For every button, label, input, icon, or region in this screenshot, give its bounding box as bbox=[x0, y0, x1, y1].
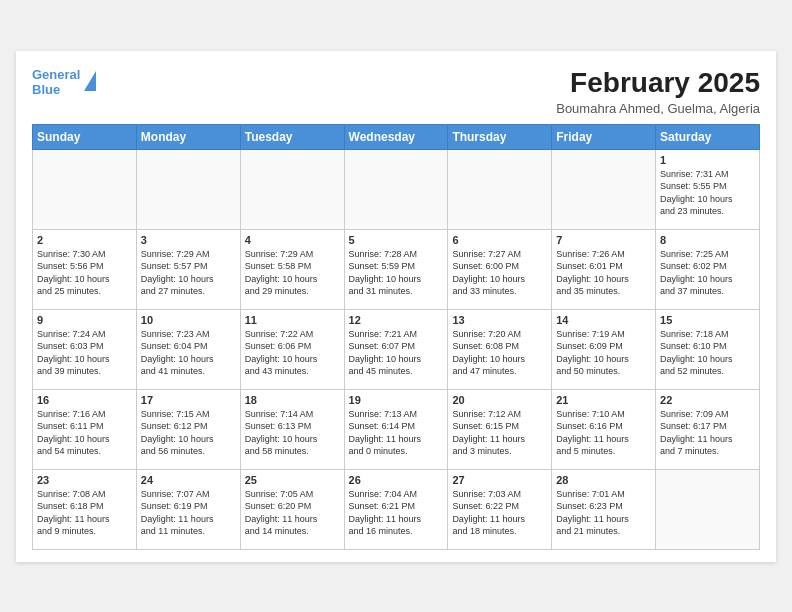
day-info: Sunrise: 7:29 AM Sunset: 5:58 PM Dayligh… bbox=[245, 248, 340, 298]
header-row: General Blue February 2025 Boumahra Ahme… bbox=[32, 67, 760, 116]
day-info: Sunrise: 7:12 AM Sunset: 6:15 PM Dayligh… bbox=[452, 408, 547, 458]
day-info: Sunrise: 7:27 AM Sunset: 6:00 PM Dayligh… bbox=[452, 248, 547, 298]
day-cell: 17Sunrise: 7:15 AM Sunset: 6:12 PM Dayli… bbox=[136, 389, 240, 469]
day-cell: 13Sunrise: 7:20 AM Sunset: 6:08 PM Dayli… bbox=[448, 309, 552, 389]
day-number: 15 bbox=[660, 314, 755, 326]
day-cell: 3Sunrise: 7:29 AM Sunset: 5:57 PM Daylig… bbox=[136, 229, 240, 309]
weekday-friday: Friday bbox=[552, 124, 656, 149]
day-info: Sunrise: 7:14 AM Sunset: 6:13 PM Dayligh… bbox=[245, 408, 340, 458]
day-cell bbox=[136, 149, 240, 229]
day-info: Sunrise: 7:30 AM Sunset: 5:56 PM Dayligh… bbox=[37, 248, 132, 298]
week-row-1: 2Sunrise: 7:30 AM Sunset: 5:56 PM Daylig… bbox=[33, 229, 760, 309]
day-number: 10 bbox=[141, 314, 236, 326]
day-info: Sunrise: 7:29 AM Sunset: 5:57 PM Dayligh… bbox=[141, 248, 236, 298]
title-section: February 2025 Boumahra Ahmed, Guelma, Al… bbox=[556, 67, 760, 116]
day-cell bbox=[656, 469, 760, 549]
day-cell: 6Sunrise: 7:27 AM Sunset: 6:00 PM Daylig… bbox=[448, 229, 552, 309]
day-cell: 28Sunrise: 7:01 AM Sunset: 6:23 PM Dayli… bbox=[552, 469, 656, 549]
day-number: 28 bbox=[556, 474, 651, 486]
day-number: 24 bbox=[141, 474, 236, 486]
day-info: Sunrise: 7:01 AM Sunset: 6:23 PM Dayligh… bbox=[556, 488, 651, 538]
day-cell: 10Sunrise: 7:23 AM Sunset: 6:04 PM Dayli… bbox=[136, 309, 240, 389]
day-cell: 19Sunrise: 7:13 AM Sunset: 6:14 PM Dayli… bbox=[344, 389, 448, 469]
day-info: Sunrise: 7:04 AM Sunset: 6:21 PM Dayligh… bbox=[349, 488, 444, 538]
day-number: 7 bbox=[556, 234, 651, 246]
day-info: Sunrise: 7:05 AM Sunset: 6:20 PM Dayligh… bbox=[245, 488, 340, 538]
day-info: Sunrise: 7:10 AM Sunset: 6:16 PM Dayligh… bbox=[556, 408, 651, 458]
day-number: 5 bbox=[349, 234, 444, 246]
day-info: Sunrise: 7:31 AM Sunset: 5:55 PM Dayligh… bbox=[660, 168, 755, 218]
day-number: 26 bbox=[349, 474, 444, 486]
logo-blue: Blue bbox=[32, 82, 80, 98]
day-number: 19 bbox=[349, 394, 444, 406]
day-cell: 16Sunrise: 7:16 AM Sunset: 6:11 PM Dayli… bbox=[33, 389, 137, 469]
day-info: Sunrise: 7:13 AM Sunset: 6:14 PM Dayligh… bbox=[349, 408, 444, 458]
day-info: Sunrise: 7:03 AM Sunset: 6:22 PM Dayligh… bbox=[452, 488, 547, 538]
day-cell: 12Sunrise: 7:21 AM Sunset: 6:07 PM Dayli… bbox=[344, 309, 448, 389]
day-cell: 20Sunrise: 7:12 AM Sunset: 6:15 PM Dayli… bbox=[448, 389, 552, 469]
weekday-header-row: SundayMondayTuesdayWednesdayThursdayFrid… bbox=[33, 124, 760, 149]
day-cell: 4Sunrise: 7:29 AM Sunset: 5:58 PM Daylig… bbox=[240, 229, 344, 309]
day-cell bbox=[448, 149, 552, 229]
weekday-sunday: Sunday bbox=[33, 124, 137, 149]
day-number: 20 bbox=[452, 394, 547, 406]
day-cell: 11Sunrise: 7:22 AM Sunset: 6:06 PM Dayli… bbox=[240, 309, 344, 389]
calendar-subtitle: Boumahra Ahmed, Guelma, Algeria bbox=[556, 101, 760, 116]
day-cell: 1Sunrise: 7:31 AM Sunset: 5:55 PM Daylig… bbox=[656, 149, 760, 229]
weekday-thursday: Thursday bbox=[448, 124, 552, 149]
day-cell bbox=[240, 149, 344, 229]
day-cell: 25Sunrise: 7:05 AM Sunset: 6:20 PM Dayli… bbox=[240, 469, 344, 549]
day-info: Sunrise: 7:08 AM Sunset: 6:18 PM Dayligh… bbox=[37, 488, 132, 538]
day-number: 22 bbox=[660, 394, 755, 406]
calendar-title: February 2025 bbox=[556, 67, 760, 99]
week-row-3: 16Sunrise: 7:16 AM Sunset: 6:11 PM Dayli… bbox=[33, 389, 760, 469]
weekday-wednesday: Wednesday bbox=[344, 124, 448, 149]
day-number: 17 bbox=[141, 394, 236, 406]
day-info: Sunrise: 7:22 AM Sunset: 6:06 PM Dayligh… bbox=[245, 328, 340, 378]
day-cell bbox=[552, 149, 656, 229]
day-cell: 26Sunrise: 7:04 AM Sunset: 6:21 PM Dayli… bbox=[344, 469, 448, 549]
day-info: Sunrise: 7:26 AM Sunset: 6:01 PM Dayligh… bbox=[556, 248, 651, 298]
day-number: 9 bbox=[37, 314, 132, 326]
calendar-grid: SundayMondayTuesdayWednesdayThursdayFrid… bbox=[32, 124, 760, 550]
day-cell: 2Sunrise: 7:30 AM Sunset: 5:56 PM Daylig… bbox=[33, 229, 137, 309]
day-cell bbox=[344, 149, 448, 229]
day-info: Sunrise: 7:09 AM Sunset: 6:17 PM Dayligh… bbox=[660, 408, 755, 458]
day-info: Sunrise: 7:23 AM Sunset: 6:04 PM Dayligh… bbox=[141, 328, 236, 378]
day-cell: 14Sunrise: 7:19 AM Sunset: 6:09 PM Dayli… bbox=[552, 309, 656, 389]
day-number: 3 bbox=[141, 234, 236, 246]
day-info: Sunrise: 7:20 AM Sunset: 6:08 PM Dayligh… bbox=[452, 328, 547, 378]
day-cell: 23Sunrise: 7:08 AM Sunset: 6:18 PM Dayli… bbox=[33, 469, 137, 549]
day-number: 12 bbox=[349, 314, 444, 326]
day-cell: 7Sunrise: 7:26 AM Sunset: 6:01 PM Daylig… bbox=[552, 229, 656, 309]
day-number: 16 bbox=[37, 394, 132, 406]
day-number: 25 bbox=[245, 474, 340, 486]
day-number: 4 bbox=[245, 234, 340, 246]
day-info: Sunrise: 7:19 AM Sunset: 6:09 PM Dayligh… bbox=[556, 328, 651, 378]
day-number: 11 bbox=[245, 314, 340, 326]
day-number: 23 bbox=[37, 474, 132, 486]
day-number: 14 bbox=[556, 314, 651, 326]
day-number: 2 bbox=[37, 234, 132, 246]
day-cell: 22Sunrise: 7:09 AM Sunset: 6:17 PM Dayli… bbox=[656, 389, 760, 469]
day-cell: 8Sunrise: 7:25 AM Sunset: 6:02 PM Daylig… bbox=[656, 229, 760, 309]
day-cell: 15Sunrise: 7:18 AM Sunset: 6:10 PM Dayli… bbox=[656, 309, 760, 389]
week-row-4: 23Sunrise: 7:08 AM Sunset: 6:18 PM Dayli… bbox=[33, 469, 760, 549]
day-number: 8 bbox=[660, 234, 755, 246]
logo: General Blue bbox=[32, 67, 96, 98]
weekday-saturday: Saturday bbox=[656, 124, 760, 149]
logo-triangle-icon bbox=[84, 71, 96, 91]
day-info: Sunrise: 7:21 AM Sunset: 6:07 PM Dayligh… bbox=[349, 328, 444, 378]
day-cell: 9Sunrise: 7:24 AM Sunset: 6:03 PM Daylig… bbox=[33, 309, 137, 389]
logo-text-block: General Blue bbox=[32, 67, 80, 98]
day-info: Sunrise: 7:15 AM Sunset: 6:12 PM Dayligh… bbox=[141, 408, 236, 458]
day-info: Sunrise: 7:16 AM Sunset: 6:11 PM Dayligh… bbox=[37, 408, 132, 458]
logo-text: General bbox=[32, 67, 80, 83]
day-number: 27 bbox=[452, 474, 547, 486]
day-cell: 21Sunrise: 7:10 AM Sunset: 6:16 PM Dayli… bbox=[552, 389, 656, 469]
day-number: 13 bbox=[452, 314, 547, 326]
day-number: 6 bbox=[452, 234, 547, 246]
day-cell bbox=[33, 149, 137, 229]
week-row-0: 1Sunrise: 7:31 AM Sunset: 5:55 PM Daylig… bbox=[33, 149, 760, 229]
day-info: Sunrise: 7:24 AM Sunset: 6:03 PM Dayligh… bbox=[37, 328, 132, 378]
